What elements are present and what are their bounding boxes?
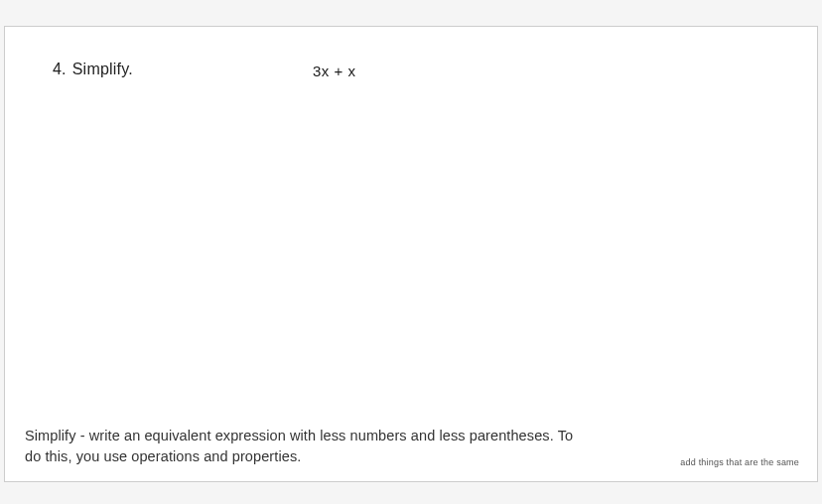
hint-text: add things that are the same — [680, 457, 799, 467]
question-row: 4. Simplify. — [53, 61, 769, 78]
question-prompt: Simplify. — [72, 61, 133, 78]
definition-text: Simplify - write an equivalent expressio… — [25, 426, 581, 467]
question-expression: 3x + x — [313, 63, 355, 79]
slide-frame: 4. Simplify. 3x + x Simplify - write an … — [4, 26, 818, 482]
question-number: 4. — [53, 61, 67, 78]
bottom-bar — [4, 482, 818, 500]
top-bar — [4, 4, 818, 26]
